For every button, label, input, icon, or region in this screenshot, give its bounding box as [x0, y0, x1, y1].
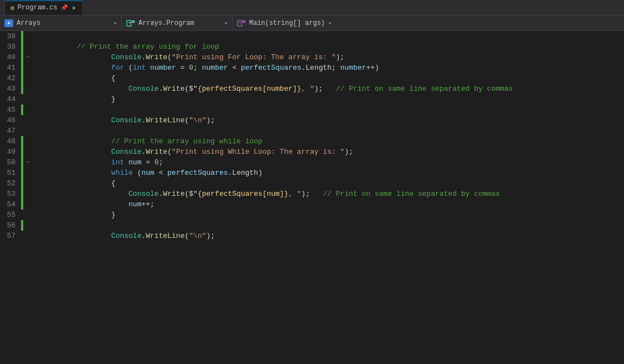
bookmark-area: [32, 84, 40, 94]
code-line[interactable]: Console.Write("Print using While Loop: T…: [40, 136, 624, 147]
line-number: 43: [0, 84, 21, 94]
bookmark-area: [32, 157, 40, 168]
collapse-button: [23, 31, 32, 41]
bookmark-area: [32, 136, 40, 147]
class-dropdown[interactable]: Arrays.Program ▾: [122, 15, 233, 30]
line-number: 54: [0, 199, 21, 210]
namespace-icon: A: [4, 19, 13, 27]
code-line[interactable]: for (int number = 0; number < perfectSqu…: [40, 52, 624, 63]
bookmark-area: [32, 199, 40, 210]
tab-label: Program.cs: [18, 4, 58, 12]
code-line[interactable]: [40, 210, 624, 220]
class-label: Arrays.Program: [138, 19, 194, 27]
table-row: 53 num++;: [0, 189, 624, 199]
svg-rect-0: [127, 20, 131, 26]
namespace-label: Arrays: [17, 19, 40, 27]
bookmark-area: [32, 210, 40, 220]
collapse-button: [23, 220, 32, 231]
method-dropdown[interactable]: Main(string[] args) ▾: [233, 15, 336, 30]
table-row: 40 ─ for (int number = 0; number < perfe…: [0, 52, 624, 63]
line-number: 53: [0, 189, 21, 199]
collapse-button: [23, 63, 32, 73]
code-line[interactable]: [40, 231, 624, 241]
collapse-button: [23, 126, 32, 136]
bookmark-area: [32, 147, 40, 157]
collapse-button: [23, 84, 32, 94]
code-line[interactable]: {: [40, 63, 624, 73]
bookmark-area: [32, 52, 40, 63]
code-line[interactable]: num++;: [40, 189, 624, 199]
class-icon: [126, 19, 135, 27]
table-row: 52 Console.Write($"{perfectSquares[num]}…: [0, 178, 624, 189]
bookmark-area: [32, 94, 40, 105]
svg-point-2: [132, 20, 135, 23]
table-row: 42 Console.Write($"{perfectSquares[numbe…: [0, 73, 624, 84]
bookmark-area: [32, 231, 40, 241]
code-line[interactable]: }: [40, 84, 624, 94]
code-line[interactable]: // Print the array using while loop: [40, 126, 624, 136]
bookmark-area: [32, 168, 40, 178]
code-line[interactable]: Console.Write($"{perfectSquares[num]}, "…: [40, 178, 624, 189]
code-line[interactable]: {: [40, 168, 624, 178]
line-number: 38: [0, 31, 21, 41]
collapse-button: [23, 147, 32, 157]
method-icon: [237, 19, 246, 27]
code-line[interactable]: Console.WriteLine("\n");: [40, 220, 624, 231]
code-area: 38 // Print the array using for loop 39 …: [0, 31, 624, 364]
line-number: 44: [0, 94, 21, 105]
collapse-button: [23, 189, 32, 199]
bookmark-area: [32, 126, 40, 136]
table-row: 41 {: [0, 63, 624, 73]
code-line[interactable]: [40, 115, 624, 126]
bookmark-area: [32, 189, 40, 199]
line-number: 56: [0, 220, 21, 231]
collapse-button: [23, 94, 32, 105]
collapse-button: [23, 210, 32, 220]
line-number: 50: [0, 157, 21, 168]
code-line[interactable]: // Print the array using for loop: [40, 31, 624, 41]
table-row: 51 {: [0, 168, 624, 178]
line-number: 40: [0, 52, 21, 63]
close-icon[interactable]: ✕: [71, 4, 77, 12]
line-number: 51: [0, 168, 21, 178]
svg-point-5: [243, 20, 246, 23]
collapse-button: [23, 199, 32, 210]
method-label: Main(string[] args): [249, 19, 325, 27]
line-number: 45: [0, 105, 21, 115]
collapse-button: [23, 231, 32, 241]
collapse-button: [23, 168, 32, 178]
table-row: 54 }: [0, 199, 624, 210]
code-line[interactable]: [40, 94, 624, 105]
code-line[interactable]: while (num < perfectSquares.Length): [40, 157, 624, 168]
line-number: 42: [0, 73, 21, 84]
collapse-button[interactable]: ─: [23, 52, 32, 63]
code-line[interactable]: }: [40, 199, 624, 210]
program-cs-tab[interactable]: ⊞ Program.cs 📌 ✕: [4, 1, 83, 15]
bookmark-area: [32, 115, 40, 126]
collapse-button: [23, 115, 32, 126]
bookmark-area: [32, 63, 40, 73]
code-line[interactable]: Console.Write($"{perfectSquares[number]}…: [40, 73, 624, 84]
pin-icon[interactable]: 📌: [61, 4, 68, 11]
table-row: 49 int num = 0;: [0, 147, 624, 157]
collapse-button: [23, 105, 32, 115]
code-line[interactable]: int num = 0;: [40, 147, 624, 157]
nav-bar: A Arrays ▾ Arrays.Program ▾ Main(string[…: [0, 15, 624, 31]
table-row: 48 Console.Write("Print using While Loop…: [0, 136, 624, 147]
table-row: 50 ─ while (num < perfectSquares.Length): [0, 157, 624, 168]
bookmark-area: [32, 178, 40, 189]
table-row: 38 // Print the array using for loop: [0, 31, 624, 41]
table-row: 44: [0, 94, 624, 105]
namespace-dropdown[interactable]: A Arrays ▾: [0, 15, 122, 30]
code-line[interactable]: Console.Write("Print using For Loop: The…: [40, 41, 624, 52]
collapse-button: [23, 73, 32, 84]
cs-file-icon: ⊞: [11, 4, 14, 12]
table-row: 55: [0, 210, 624, 220]
table-row: 39 Console.Write("Print using For Loop: …: [0, 41, 624, 52]
table-row: 47 // Print the array using while loop: [0, 126, 624, 136]
collapse-button: [23, 178, 32, 189]
code-line[interactable]: Console.WriteLine("\n");: [40, 105, 624, 115]
line-number: 39: [0, 41, 21, 52]
collapse-button[interactable]: ─: [23, 157, 32, 168]
table-row: 57: [0, 231, 624, 241]
